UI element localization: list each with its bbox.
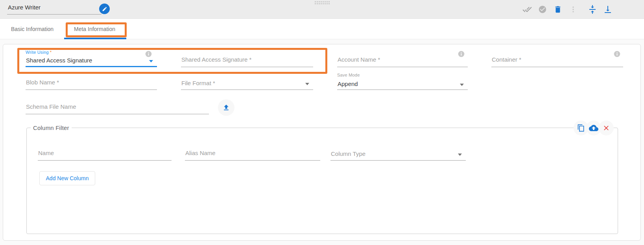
write-using-value: Shared Access Signature — [26, 57, 92, 64]
upload-schema-button[interactable] — [218, 99, 234, 116]
remove-icon — [602, 124, 610, 132]
tab-bar: Basic Information Meta Information — [0, 19, 644, 39]
required-asterisk: * — [50, 50, 52, 55]
column-filter-group: Column Filter Column Type Add New Column — [26, 124, 618, 234]
shared-access-signature-input[interactable] — [181, 55, 313, 67]
more-vert-icon[interactable] — [568, 5, 578, 14]
column-type-select[interactable]: Column Type — [330, 148, 466, 161]
chevron-down-icon — [460, 84, 464, 86]
save-mode-field: Save Mode Append — [337, 73, 468, 90]
column-type-field: Column Type — [330, 148, 466, 161]
active-tab-indicator — [64, 38, 126, 39]
copy-icon — [577, 124, 585, 132]
check-circle-icon[interactable] — [538, 5, 547, 14]
file-format-field: File Format * — [181, 78, 313, 90]
azure-writer-config-window: Basic Information Meta Information Write… — [0, 0, 644, 245]
chevron-down-icon — [458, 154, 462, 156]
alias-name-input[interactable] — [185, 148, 320, 161]
info-icon[interactable] — [145, 51, 152, 57]
add-new-column-button[interactable]: Add New Column — [39, 171, 95, 185]
drag-grip-icon[interactable] — [315, 1, 330, 4]
write-using-label: Write Using* — [26, 50, 157, 55]
header-bar — [0, 0, 644, 19]
write-using-field: Write Using* Shared Access Signature — [26, 50, 157, 67]
column-type-placeholder: Column Type — [331, 150, 365, 157]
column-filter-legend: Column Filter — [31, 124, 72, 131]
file-format-select[interactable]: File Format * — [181, 78, 313, 90]
vertical-align-bottom-icon[interactable] — [603, 5, 613, 14]
vertical-align-center-icon[interactable] — [588, 5, 597, 14]
remove-column-filter-button[interactable] — [599, 121, 614, 135]
upload-icon — [222, 104, 230, 112]
chevron-down-icon — [149, 60, 153, 62]
save-mode-label: Save Mode — [337, 73, 468, 78]
trash-icon[interactable] — [553, 5, 563, 14]
tab-meta-information[interactable]: Meta Information — [74, 19, 115, 39]
done-all-icon[interactable] — [522, 5, 532, 14]
file-format-placeholder: File Format * — [181, 80, 215, 86]
column-name-input[interactable] — [38, 148, 172, 161]
info-icon[interactable] — [614, 51, 620, 57]
save-mode-value: Append — [338, 80, 358, 87]
info-icon[interactable] — [458, 51, 465, 57]
header-toolbar — [522, 5, 613, 14]
save-mode-select[interactable]: Append — [337, 79, 468, 90]
cloud-upload-icon — [589, 123, 598, 133]
write-using-select[interactable]: Shared Access Signature — [26, 57, 157, 67]
schema-file-name-input[interactable] — [26, 102, 209, 114]
edit-name-button[interactable] — [99, 4, 110, 14]
blob-name-input[interactable] — [26, 78, 157, 90]
tab-basic-information[interactable]: Basic Information — [11, 19, 54, 39]
pencil-icon — [102, 6, 107, 12]
account-name-input[interactable] — [337, 55, 468, 67]
meta-information-panel: Write Using* Shared Access Signature Fil… — [3, 44, 641, 241]
component-name-input[interactable] — [7, 3, 101, 15]
container-input[interactable] — [491, 55, 623, 67]
chevron-down-icon — [305, 83, 309, 85]
